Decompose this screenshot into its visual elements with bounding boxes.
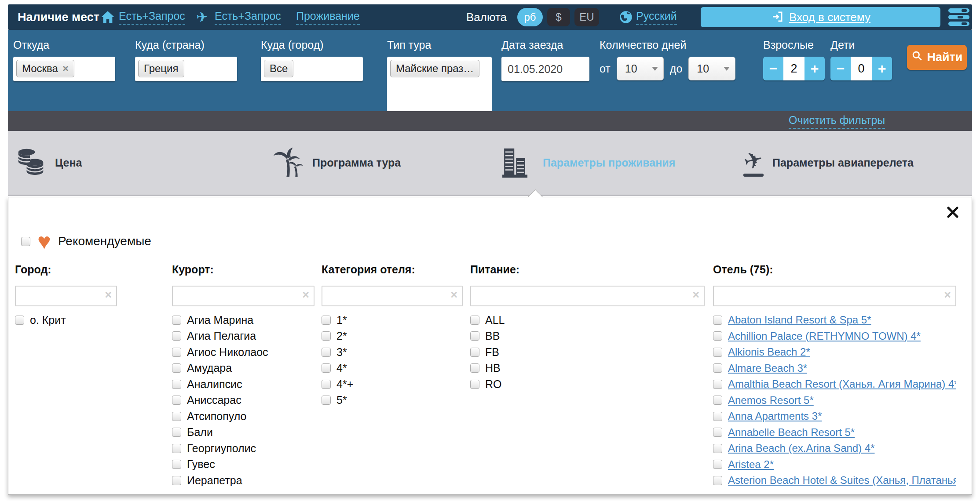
nav-link-availability-hotel[interactable]: Есть+Запрос [119, 4, 185, 30]
from-input[interactable]: Москва× [13, 57, 115, 81]
list-item[interactable]: Aristea 2* [713, 459, 956, 470]
checkbox[interactable] [322, 316, 331, 325]
hotel-link[interactable]: Achillion Palace (RETHYMNO TOWN) 4* [728, 330, 921, 342]
list-item[interactable]: Arina Beach (ex.Arina Sand) 4* [713, 443, 956, 454]
clear-filters-link[interactable]: Очистить фильтры [789, 114, 885, 127]
list-item[interactable]: 3* [322, 346, 463, 358]
tab-accommodation-params[interactable]: Параметры проживания [501, 131, 675, 195]
checkbox[interactable] [470, 363, 479, 373]
list-item[interactable]: Бали [172, 427, 314, 438]
days-from-select[interactable]: 10 [617, 57, 664, 80]
currency-eur-button[interactable]: EU [574, 8, 599, 26]
clear-icon[interactable]: × [105, 288, 112, 302]
list-item[interactable]: Almare Beach 3* [713, 363, 956, 374]
tag-remove-icon[interactable]: × [62, 62, 69, 75]
adults-plus-button[interactable]: + [804, 57, 825, 80]
checkbox[interactable] [713, 412, 722, 421]
checkbox[interactable] [713, 363, 722, 373]
list-item[interactable]: Аналипсис [172, 378, 314, 390]
list-item[interactable]: RO [470, 378, 705, 390]
currency-usd-button[interactable]: $ [547, 8, 570, 26]
resort-filter-input[interactable] [173, 287, 314, 305]
list-item[interactable]: HB [470, 363, 705, 374]
checkbox[interactable] [322, 331, 331, 341]
tab-price[interactable]: Цена [15, 131, 82, 195]
list-item[interactable]: Агиа Пелагиа [172, 330, 314, 342]
list-item[interactable]: Asterion Beach Hotel & Suites (Ханья, Пл… [713, 475, 956, 486]
checkbox[interactable] [713, 348, 722, 357]
checkbox[interactable] [172, 331, 181, 341]
login-button[interactable]: Вход в систему [701, 7, 940, 27]
list-item[interactable]: 1* [322, 314, 463, 326]
tab-flight-params[interactable]: ✈ Параметры авиаперелета [743, 131, 914, 195]
arrival-date-input[interactable] [501, 57, 589, 81]
adults-minus-button[interactable]: − [763, 57, 783, 80]
list-item[interactable]: Alkionis Beach 2* [713, 346, 956, 358]
tag-greece[interactable]: Греция [138, 60, 184, 77]
hotel-link[interactable]: Aristea 2* [728, 459, 774, 470]
list-item[interactable]: Anna Apartments 3* [713, 410, 956, 422]
checkbox[interactable] [172, 396, 181, 405]
checkbox[interactable] [713, 460, 722, 469]
nav-link-availability-flight[interactable]: Есть+Запрос [215, 4, 281, 30]
list-item[interactable]: Агиа Марина [172, 314, 314, 326]
list-item[interactable]: Агиос Николаос [172, 346, 314, 358]
checkbox[interactable] [172, 348, 181, 357]
hotel-link[interactable]: Asterion Beach Hotel & Suites (Ханья, Пл… [728, 475, 956, 486]
checkbox[interactable] [713, 396, 722, 405]
list-item[interactable]: Гувес [172, 459, 314, 470]
city-input[interactable]: Все [261, 57, 363, 81]
checkbox[interactable] [470, 331, 479, 341]
hotel-link[interactable]: Anna Apartments 3* [728, 410, 822, 422]
hotel-link[interactable]: Amalthia Beach Resort (Ханья. Агия Марин… [728, 378, 956, 390]
hotel-link[interactable]: Anemos Resort 5* [728, 395, 814, 406]
checkbox[interactable] [470, 316, 479, 325]
list-item[interactable]: Аниссарас [172, 395, 314, 406]
list-item[interactable]: BB [470, 330, 705, 342]
checkbox[interactable] [322, 348, 331, 357]
hotel-link[interactable]: Alkionis Beach 2* [728, 346, 810, 358]
hotel-link[interactable]: Arina Beach (ex.Arina Sand) 4* [728, 443, 875, 454]
clear-icon[interactable]: × [692, 288, 699, 302]
list-item[interactable]: Атсипопуло [172, 410, 314, 422]
list-item[interactable]: 2* [322, 330, 463, 342]
checkbox[interactable] [713, 428, 722, 437]
hotel-link[interactable]: Almare Beach 3* [728, 363, 807, 374]
checkbox[interactable] [713, 476, 722, 485]
checkbox[interactable] [713, 316, 722, 325]
checkbox[interactable] [470, 348, 479, 357]
recommended-checkbox[interactable] [21, 237, 30, 246]
checkbox[interactable] [470, 380, 479, 389]
language-link[interactable]: Русский [636, 4, 677, 30]
clear-icon[interactable]: × [450, 288, 457, 302]
list-item[interactable]: FB [470, 346, 705, 358]
list-item[interactable]: 4* [322, 363, 463, 374]
list-item[interactable]: Георгиуполис [172, 443, 314, 454]
meal-filter-input[interactable] [471, 287, 704, 305]
tag-moscow[interactable]: Москва× [16, 60, 74, 77]
hotel-link[interactable]: Annabelle Beach Resort 5* [728, 427, 855, 438]
children-plus-button[interactable]: + [872, 57, 892, 80]
search-button[interactable]: Найти [907, 45, 967, 70]
tag-tour-type[interactable]: Майские праз… [390, 60, 479, 77]
checkbox[interactable] [322, 396, 331, 405]
hotel-link[interactable]: Abaton Island Resort & Spa 5* [728, 314, 871, 326]
checkbox[interactable] [172, 444, 181, 453]
checkbox[interactable] [322, 380, 331, 389]
tab-tour-program[interactable]: Программа тура [272, 131, 401, 195]
checkbox[interactable] [172, 363, 181, 373]
country-input[interactable]: Греция [135, 57, 237, 81]
checkbox[interactable] [172, 380, 181, 389]
checkbox[interactable] [172, 316, 181, 325]
checkbox[interactable] [172, 460, 181, 469]
checkbox[interactable] [713, 380, 722, 389]
checkbox[interactable] [15, 316, 24, 325]
list-item[interactable]: Amalthia Beach Resort (Ханья. Агия Марин… [713, 378, 956, 390]
checkbox[interactable] [713, 444, 722, 453]
checkbox[interactable] [713, 331, 722, 341]
checkbox[interactable] [172, 412, 181, 421]
category-filter-input[interactable] [322, 287, 462, 305]
list-item[interactable]: 4*+ [322, 378, 463, 390]
tag-all[interactable]: Все [264, 60, 293, 77]
list-item[interactable]: Annabelle Beach Resort 5* [713, 427, 956, 438]
